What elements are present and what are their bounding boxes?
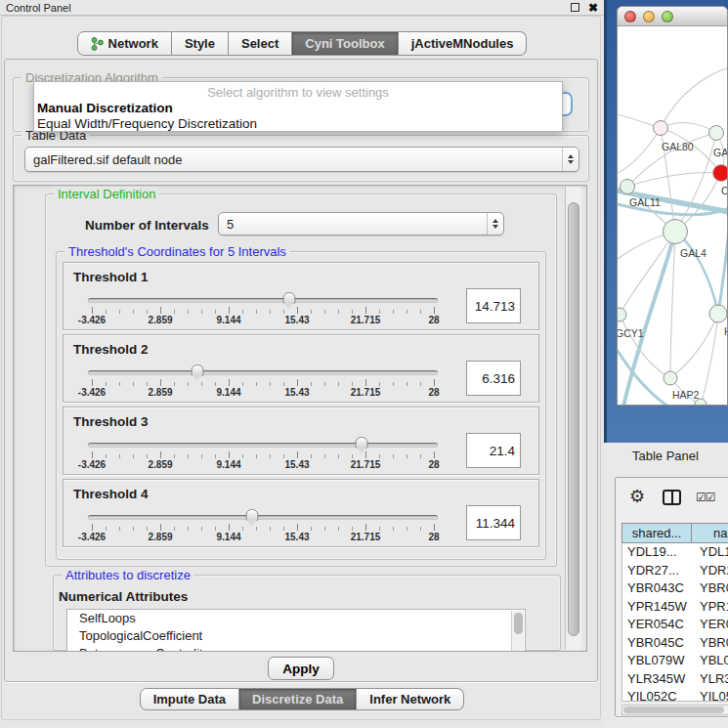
settings-scrollbar-thumb[interactable]	[568, 202, 579, 636]
network-node-hap2[interactable]	[664, 371, 677, 385]
cell-name[interactable]: YDL19	[693, 543, 728, 562]
tab-impute-data[interactable]: Impute Data	[140, 688, 239, 710]
cell-shared-name[interactable]: YPR145W	[622, 598, 693, 617]
tick-label: 21.715	[351, 459, 381, 470]
slider-track[interactable]	[88, 298, 438, 303]
cell-shared-name[interactable]: YDR27...	[622, 562, 693, 580]
cell-name[interactable]: YPR145W	[693, 598, 728, 617]
column-header-shared-name[interactable]: shared...	[621, 523, 692, 543]
threshold-slider[interactable]: -3.4262.8599.14415.4321.71528	[88, 437, 440, 472]
threshold-value-field[interactable]: 6.316	[466, 361, 521, 396]
number-of-intervals-combo[interactable]: 5	[218, 212, 504, 236]
table-row[interactable]: YDL19...YDL19	[622, 543, 728, 562]
table-horizontal-scrollbar[interactable]	[621, 705, 728, 715]
table-row[interactable]: YER054CYER054C	[622, 616, 728, 634]
cell-shared-name[interactable]: YER054C	[622, 616, 693, 634]
attribute-list-item[interactable]: SelfLoops	[67, 610, 525, 627]
numerical-attributes-list[interactable]: SelfLoopsTopologicalCoefficientBetweenne…	[66, 609, 526, 652]
network-node[interactable]	[709, 126, 724, 141]
cell-shared-name[interactable]: YBL079W	[622, 652, 693, 670]
table-data-combo-value: galFiltered.sif default node	[33, 152, 562, 167]
table-row[interactable]: YLR345WYLR345W	[622, 670, 728, 689]
combo-stepper-icon[interactable]	[562, 148, 578, 171]
column-header-name[interactable]: name	[692, 523, 728, 543]
threshold-slider[interactable]: -3.4262.8599.14415.4321.71528	[88, 509, 440, 544]
table-row[interactable]: YBR045CYBR045C	[622, 634, 728, 653]
network-node-highlighted[interactable]	[713, 165, 728, 182]
cell-name[interactable]: YIL052C	[693, 688, 728, 702]
slider-thumb[interactable]	[192, 364, 204, 376]
close-icon[interactable]: ✖	[588, 3, 598, 13]
option-equal-width-frequency[interactable]: Equal Width/Frequency Discretization	[37, 116, 257, 131]
close-traffic-light-icon[interactable]	[624, 11, 636, 22]
cell-name[interactable]: YER054C	[693, 616, 728, 634]
cell-shared-name[interactable]: YBR043C	[622, 579, 693, 598]
threshold-label: Threshold 2	[73, 342, 149, 357]
table-row[interactable]: YIL052CYIL052C	[622, 688, 728, 702]
threshold-value-field[interactable]: 14.713	[466, 288, 521, 323]
network-node-gal80[interactable]	[654, 121, 668, 136]
tick-label: 2.859	[148, 315, 172, 325]
slider-track[interactable]	[88, 443, 438, 448]
cell-shared-name[interactable]: YLR345W	[622, 670, 693, 689]
tab-network-label: Network	[108, 32, 158, 55]
tab-jactivemnodules[interactable]: jActiveMNodules	[399, 31, 528, 56]
settings-scrollbar[interactable]	[565, 187, 581, 650]
cell-name[interactable]: YBR043C	[693, 579, 728, 598]
list-scrollbar[interactable]	[511, 611, 524, 652]
cell-name[interactable]: YBR045C	[693, 634, 728, 653]
slider-thumb[interactable]	[356, 437, 368, 449]
gear-icon[interactable]: ⚙	[629, 486, 645, 507]
tick-label: 15.43	[284, 532, 309, 542]
tab-discretize-data[interactable]: Discretize Data	[239, 688, 357, 710]
cell-name[interactable]: YLR345W	[693, 670, 728, 689]
table-data-combo[interactable]: galFiltered.sif default node	[24, 147, 579, 172]
attribute-list-item[interactable]: BetweennessCentrality	[67, 645, 525, 652]
network-node-gal4[interactable]	[664, 220, 688, 244]
slider-track[interactable]	[88, 515, 438, 520]
threshold-value-field[interactable]: 21.4	[466, 433, 521, 468]
cell-name[interactable]: YBL079W	[693, 652, 728, 670]
cell-shared-name[interactable]: YIL052C	[622, 688, 693, 702]
list-scrollbar-thumb[interactable]	[514, 613, 523, 634]
threshold-value-field[interactable]: 11.344	[466, 505, 521, 540]
threshold-panel-4: Threshold 4 -3.4262.8599.14415.4321.7152…	[63, 479, 539, 547]
table-row[interactable]: YBR043CYBR043C	[622, 579, 728, 598]
table-body[interactable]: YDL19...YDL19YDR27...YDR27YBR043CYBR043C…	[621, 543, 728, 702]
tab-network[interactable]: Network	[77, 31, 172, 56]
attributes-group: Attributes to discretize Numerical Attri…	[53, 575, 561, 651]
float-window-icon[interactable]	[571, 3, 579, 12]
network-node-gal11[interactable]	[621, 180, 635, 194]
cell-name[interactable]: YDR27	[693, 562, 728, 580]
table-row[interactable]: YPR145WYPR145W	[622, 598, 728, 617]
zoom-traffic-light-icon[interactable]	[662, 11, 673, 22]
column-checkbox-icons[interactable]: ☑☑	[696, 491, 715, 504]
tab-style[interactable]: Style	[172, 31, 229, 56]
tab-select[interactable]: Select	[229, 31, 292, 56]
apply-button[interactable]: Apply	[268, 657, 334, 680]
network-node-h[interactable]	[709, 305, 727, 322]
table-scrollbar-thumb[interactable]	[623, 707, 724, 713]
threshold-label: Threshold 3	[73, 414, 149, 429]
threshold-slider[interactable]: -3.4262.8599.14415.4321.71528	[88, 292, 440, 327]
threshold-slider[interactable]: -3.4262.8599.14415.4321.71528	[88, 364, 440, 400]
tick-label: 21.715	[351, 532, 381, 542]
attribute-list-item[interactable]: TopologicalCoefficient	[67, 627, 525, 645]
cell-shared-name[interactable]: YBR045C	[622, 634, 693, 653]
table-row[interactable]: YDR27...YDR27	[622, 562, 728, 580]
table-panel: ⚙ ☑☑ shared... name YDL19...YDL19YDR27..…	[615, 477, 728, 717]
minimize-traffic-light-icon[interactable]	[643, 11, 655, 22]
option-manual-discretization[interactable]: Manual Discretization	[37, 101, 173, 115]
slider-thumb[interactable]	[283, 292, 296, 304]
combo-stepper-icon[interactable]	[487, 213, 503, 235]
slider-tick-labels: -3.4262.8599.14415.4321.71528	[88, 387, 438, 399]
slider-track[interactable]	[88, 370, 438, 375]
table-row[interactable]: YBL079WYBL079W	[622, 652, 728, 670]
tab-infer-network[interactable]: Infer Network	[357, 688, 464, 710]
cell-shared-name[interactable]: YDL19...	[622, 543, 693, 562]
network-view[interactable]: GAL80 GA C GAL11 GAL4 GCY1 H HAP2	[618, 26, 728, 406]
network-node-gcy1[interactable]	[618, 308, 626, 321]
tab-cyni-toolbox[interactable]: Cyni Toolbox	[292, 31, 398, 56]
split-columns-icon[interactable]	[663, 490, 681, 505]
slider-thumb[interactable]	[246, 509, 259, 521]
